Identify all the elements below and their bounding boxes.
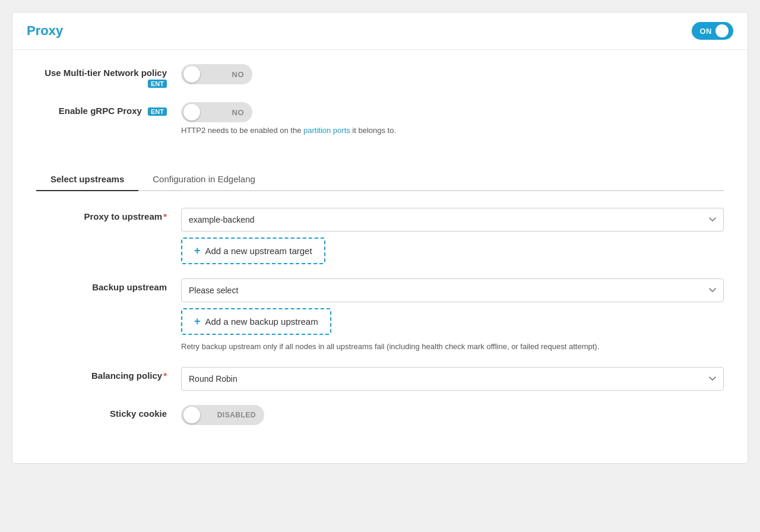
toggle-on-label: ON bbox=[700, 27, 712, 36]
tabs-container: Select upstreams Configuration in Edgela… bbox=[36, 168, 724, 191]
card-header: Proxy ON bbox=[12, 12, 748, 50]
grpc-proxy-toggle[interactable]: NO bbox=[181, 102, 252, 122]
tab-select-upstreams[interactable]: Select upstreams bbox=[36, 168, 138, 191]
multi-tier-row: Use Multi-tier Network policy ENT NO bbox=[36, 64, 724, 88]
required-asterisk-balancing: * bbox=[163, 370, 167, 381]
backup-upstream-label: Backup upstream bbox=[36, 278, 167, 292]
partition-ports-link[interactable]: partition ports bbox=[303, 126, 350, 135]
multi-tier-toggle[interactable]: NO bbox=[181, 64, 252, 84]
backup-upstream-control: Please select + Add a new backup upstrea… bbox=[181, 278, 724, 353]
switch-circle-sticky bbox=[183, 407, 200, 423]
switch-circle-grpc bbox=[183, 104, 200, 121]
proxy-upstream-row: Proxy to upstream* example-backend + Add… bbox=[36, 208, 724, 264]
form-section: Proxy to upstream* example-backend + Add… bbox=[12, 208, 748, 425]
plus-icon-backup: + bbox=[194, 315, 201, 328]
proxy-upstream-control: example-backend + Add a new upstream tar… bbox=[181, 208, 724, 264]
balancing-policy-label: Balancing policy* bbox=[36, 367, 167, 381]
add-upstream-target-label: Add a new upstream target bbox=[205, 246, 312, 256]
multi-tier-toggle-label: NO bbox=[232, 70, 245, 79]
sticky-cookie-control: DISABLED bbox=[181, 405, 724, 425]
tab-configuration-edgelang[interactable]: Configuration in Edgelang bbox=[138, 168, 270, 191]
proxy-upstream-select[interactable]: example-backend bbox=[181, 208, 724, 232]
proxy-upstream-label: Proxy to upstream* bbox=[36, 208, 167, 221]
multi-tier-ent-badge: ENT bbox=[148, 80, 167, 88]
add-backup-upstream-label: Add a new backup upstream bbox=[205, 316, 318, 327]
grpc-ent-badge: ENT bbox=[148, 107, 167, 116]
grpc-proxy-row: Enable gRPC Proxy ENT NO HTTP2 needs to … bbox=[36, 102, 724, 135]
balancing-policy-control: Round Robin bbox=[181, 367, 724, 391]
toggle-circle bbox=[715, 24, 729, 37]
multi-tier-label: Use Multi-tier Network policy ENT bbox=[36, 64, 167, 88]
multi-tier-control: NO bbox=[181, 64, 724, 84]
card-body: Use Multi-tier Network policy ENT NO Ena… bbox=[12, 50, 748, 163]
grpc-toggle-label: NO bbox=[232, 108, 245, 117]
add-backup-upstream-button[interactable]: + Add a new backup upstream bbox=[181, 308, 331, 335]
sticky-cookie-label: Sticky cookie bbox=[36, 405, 167, 419]
grpc-help-text: HTTP2 needs to be enabled on the partiti… bbox=[181, 126, 724, 135]
backup-upstream-select[interactable]: Please select bbox=[181, 278, 724, 302]
balancing-policy-select[interactable]: Round Robin bbox=[181, 367, 724, 391]
grpc-proxy-control: NO HTTP2 needs to be enabled on the part… bbox=[181, 102, 724, 135]
backup-upstream-row: Backup upstream Please select + Add a ne… bbox=[36, 278, 724, 353]
proxy-card: Proxy ON Use Multi-tier Network policy E… bbox=[12, 12, 748, 464]
tabs-section: Select upstreams Configuration in Edgela… bbox=[12, 168, 748, 191]
add-upstream-target-button[interactable]: + Add a new upstream target bbox=[181, 238, 325, 264]
sticky-cookie-toggle[interactable]: DISABLED bbox=[181, 405, 264, 425]
card-title: Proxy bbox=[27, 23, 63, 39]
balancing-policy-row: Balancing policy* Round Robin bbox=[36, 367, 724, 391]
required-asterisk: * bbox=[163, 211, 167, 221]
sticky-cookie-row: Sticky cookie DISABLED bbox=[36, 405, 724, 425]
proxy-toggle-on[interactable]: ON bbox=[692, 22, 734, 40]
retry-note: Retry backup upstream only if all nodes … bbox=[181, 341, 724, 353]
plus-icon: + bbox=[194, 245, 201, 257]
grpc-proxy-label: Enable gRPC Proxy ENT bbox=[36, 102, 167, 116]
sticky-cookie-toggle-label: DISABLED bbox=[217, 411, 256, 419]
switch-circle bbox=[183, 66, 200, 83]
